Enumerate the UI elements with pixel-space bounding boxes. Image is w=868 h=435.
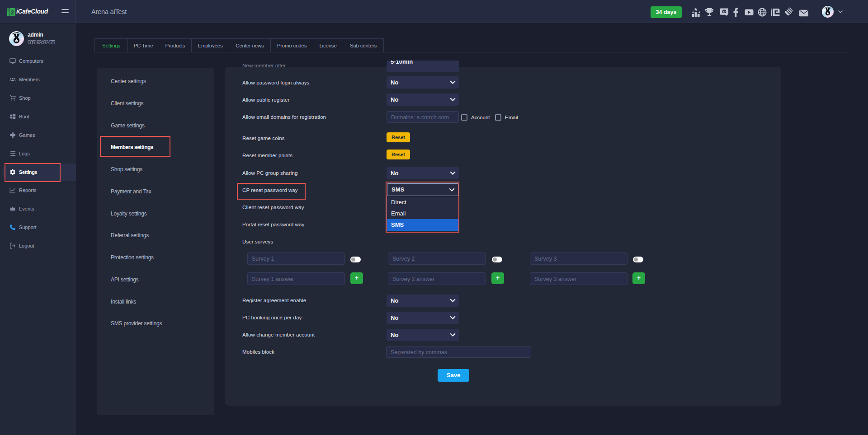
svg-text:2: 2 — [11, 9, 14, 16]
